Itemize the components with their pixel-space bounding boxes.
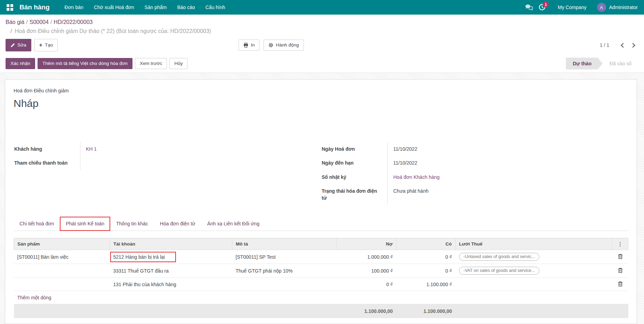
field-label-journal: Sổ nhật ký [321, 170, 388, 184]
field-value-einvoice-status: Chưa phát hành [388, 184, 628, 205]
field-value-payment-reference [80, 156, 321, 170]
pager-previous-button[interactable] [618, 41, 627, 49]
tax-grid-tag: -VAT on sales of goods and service... [459, 267, 540, 275]
chat-icon [525, 4, 533, 11]
create-button[interactable]: + Tạo [34, 39, 58, 51]
right-field-group: Ngày Hoá đơn 11/10/2022 Ngày đến hạn 11/… [321, 142, 628, 205]
app-name[interactable]: Bán hàng [19, 3, 50, 11]
pager-counter: 1 / 1 [600, 42, 609, 48]
preview-button[interactable]: Xem trước [135, 58, 167, 69]
confirm-button[interactable]: Xác nhận [6, 58, 35, 69]
company-menu[interactable]: My Company [558, 5, 586, 10]
column-header-tax-grid[interactable]: Lưới Thuế [456, 238, 612, 250]
cell-product [14, 264, 110, 278]
cell-account: 33311 Thuế GTGT đầu ra [110, 264, 232, 278]
column-header-credit[interactable]: Có [396, 238, 456, 250]
trash-icon [618, 254, 623, 259]
column-header-account[interactable]: Tài khoản [110, 238, 232, 250]
messages-button[interactable] [522, 0, 536, 15]
statusbar: Xác nhận Thêm mô tả tiếng Việt cho dòng … [0, 55, 644, 73]
cell-debit: 0 ₫ [337, 278, 396, 291]
control-panel: Báo giá/S00004/HD/2022/00003 /Hoá đơn Đi… [0, 15, 644, 55]
pager-next-button[interactable] [629, 41, 638, 49]
menu-san-pham[interactable]: Sản phẩm [139, 0, 172, 15]
tab-thong-tin-khac[interactable]: Thông tin khác [110, 217, 154, 231]
delete-row-button[interactable] [617, 267, 624, 275]
menu-cho-xuat-hoa-don[interactable]: Chờ xuất Hoá đơn [89, 0, 139, 15]
table-row[interactable]: 131 Phải thu của khách hàng 0 ₫ 1.100.00… [14, 278, 628, 291]
gear-icon [268, 43, 273, 48]
activity-count-badge: 1 [543, 1, 549, 7]
status-widget: Dự thảo Đã vào sổ [566, 58, 638, 69]
column-header-debit[interactable]: Nợ [337, 238, 396, 250]
tab-chi-tiet-hoa-don[interactable]: Chi tiết hoá đơn [14, 217, 60, 231]
print-button[interactable]: In [239, 40, 259, 51]
field-label-customer: Khách hàng [14, 142, 80, 156]
add-vietnamese-description-button[interactable]: Thêm mô tả tiếng Việt cho dòng hóa đơn [38, 58, 132, 69]
total-credit: 1.100.000,00 [396, 304, 456, 318]
cell-product: [ST00011] Bàn làm việc [14, 250, 110, 264]
breadcrumb-separator: / [26, 19, 27, 25]
optional-columns-toggle[interactable]: ⋮ [618, 241, 623, 247]
delete-row-button[interactable] [617, 253, 624, 261]
breadcrumb-bao-gia[interactable]: Báo giá [6, 19, 24, 25]
form-sheet: Hoá đơn Điều chỉnh giảm Nháp Khách hàng … [5, 79, 637, 324]
field-value-invoice-date: 11/10/2022 [388, 142, 628, 156]
status-step-posted[interactable]: Đã vào sổ [603, 58, 638, 69]
avatar: A [597, 3, 606, 12]
cell-credit: 1.100.000 ₫ [396, 278, 456, 291]
cell-description: Thuế GTGT phải nộp 10% [232, 264, 337, 278]
breadcrumb-hd-2022-00003[interactable]: HD/2022/00003 [54, 19, 92, 25]
status-step-draft[interactable]: Dự thảo [566, 58, 603, 69]
cell-description: [ST00011] SP Test [232, 250, 337, 264]
left-field-group: Khách hàng KH 1 Tham chiếu thanh toán [14, 142, 321, 205]
menu-bao-cao[interactable]: Báo cáo [172, 0, 200, 15]
printer-icon [243, 43, 248, 48]
chevron-right-icon [632, 43, 636, 48]
annotation-box-account: 5212 Hàng bán bị trả lại [110, 252, 176, 262]
apps-menu-button[interactable] [3, 0, 16, 15]
menu-cau-hinh[interactable]: Cấu hình [200, 0, 231, 15]
field-label-invoice-date: Ngày Hoá đơn [321, 142, 388, 156]
field-value-journal[interactable]: Hoá đơn Khách hàng [393, 174, 440, 180]
tab-phat-sinh-ke-toan[interactable]: Phát sinh Kế toán [60, 217, 110, 231]
trash-icon [618, 268, 623, 273]
table-row[interactable]: 33311 Thuế GTGT đầu ra Thuế GTGT phải nộ… [14, 264, 628, 278]
tab-hoa-don-dien-tu[interactable]: Hóa đơn điện tử [154, 217, 201, 231]
field-label-einvoice-status: Trạng thái hóa đơn điện tử [321, 184, 388, 205]
menu-don-ban[interactable]: Đơn bán [59, 0, 89, 15]
main-menu: Đơn bán Chờ xuất Hoá đơn Sản phẩm Báo cá… [59, 0, 231, 15]
breadcrumb-s00004[interactable]: S00004 [30, 19, 49, 25]
user-menu[interactable]: A Administrator [597, 3, 638, 12]
field-value-due-date: 11/10/2022 [388, 156, 628, 170]
add-line-link[interactable]: Thêm một dòng [17, 295, 51, 300]
column-header-product[interactable]: Sản phẩm [14, 238, 110, 250]
trash-icon [618, 281, 623, 286]
cell-credit: 0 ₫ [396, 264, 456, 278]
field-label-due-date: Ngày đến hạn [321, 156, 388, 170]
field-groups: Khách hàng KH 1 Tham chiếu thanh toán Ng… [14, 142, 628, 205]
column-header-description[interactable]: Mô tả [232, 238, 337, 250]
edit-button[interactable]: Sửa [6, 39, 31, 51]
cell-credit: 0 ₫ [396, 250, 456, 264]
form-view-background: Hoá đơn Điều chỉnh giảm Nháp Khách hàng … [0, 73, 644, 324]
plus-icon: + [39, 41, 42, 49]
cell-account: 131 Phải thu của khách hàng [110, 278, 232, 291]
top-navbar: Bán hàng Đơn bán Chờ xuất Hoá đơn Sản ph… [0, 0, 644, 15]
apps-grid-icon [7, 4, 13, 11]
delete-row-button[interactable] [617, 281, 624, 288]
total-debit: 1.100.000,00 [337, 304, 396, 318]
journal-items-table: Sản phẩm Tài khoản Mô tả Nợ Có Lưới Thuế… [14, 238, 628, 318]
activities-button[interactable]: 1 [536, 0, 549, 15]
table-header-row: Sản phẩm Tài khoản Mô tả Nợ Có Lưới Thuế… [14, 238, 628, 250]
cell-account: 5212 Hàng bán bị trả lại [113, 254, 165, 260]
tab-anh-xa-lien-ket-doi-ung[interactable]: Ánh xạ Liên kết Đối ứng [201, 217, 265, 231]
tax-grid-tag: -Untaxed sales of goods and servic... [459, 253, 540, 261]
totals-row: 1.100.000,00 1.100.000,00 [14, 304, 628, 318]
document-state-title: Nháp [14, 98, 628, 109]
table-row[interactable]: [ST00011] Bàn làm việc 5212 Hàng bán bị … [14, 250, 628, 264]
field-value-customer[interactable]: KH 1 [86, 146, 97, 152]
action-button[interactable]: Hành động [264, 40, 304, 51]
cancel-button[interactable]: Hủy [169, 58, 187, 69]
pencil-icon [10, 43, 15, 48]
